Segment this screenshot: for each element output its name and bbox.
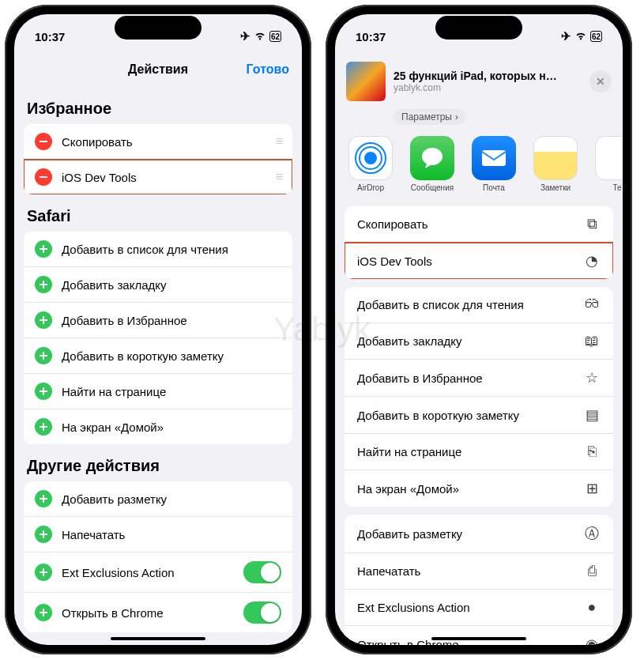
action-copy[interactable]: Скопировать ⧉ xyxy=(345,206,613,243)
action-label: Добавить разметку xyxy=(357,527,462,541)
note-icon: ▤ xyxy=(583,406,601,424)
row-label: Добавить разметку xyxy=(62,492,281,506)
nav-header: Действия Готово xyxy=(14,52,302,87)
add-icon[interactable] xyxy=(35,418,52,436)
action-homescreen[interactable]: На экран «Домой»⊞ xyxy=(345,470,613,507)
action-find[interactable]: Найти на странице⎘ xyxy=(345,434,613,470)
close-button[interactable]: ✕ xyxy=(589,70,612,92)
svg-point-0 xyxy=(422,148,443,165)
airdrop-icon xyxy=(355,142,386,174)
action-ext-exclusions[interactable]: Ext Exclusions Action● xyxy=(345,590,613,626)
add-icon[interactable] xyxy=(35,311,52,329)
row-label: Ext Exclusions Action xyxy=(62,566,234,579)
safari-row[interactable]: Добавить закладку xyxy=(24,267,292,303)
add-icon[interactable] xyxy=(35,490,52,507)
messages-icon xyxy=(419,145,446,172)
other-row[interactable]: Открыть в Chrome xyxy=(24,593,292,632)
app-label: Почта xyxy=(483,183,505,192)
messages-app[interactable]: Сообщения xyxy=(408,136,457,192)
toggle-switch[interactable] xyxy=(243,561,281,583)
star-icon: ☆ xyxy=(583,369,601,387)
notes-app[interactable]: Заметки xyxy=(531,136,580,192)
share-thumbnail xyxy=(346,62,386,101)
home-indicator[interactable] xyxy=(111,637,205,640)
dynamic-island xyxy=(435,16,522,40)
favorite-row-copy[interactable]: Скопировать ≡ xyxy=(24,124,292,160)
add-icon[interactable] xyxy=(35,526,52,543)
action-label: Скопировать xyxy=(357,217,428,231)
action-bookmark[interactable]: Добавить закладку📖︎ xyxy=(345,323,613,360)
app-icon xyxy=(595,136,623,180)
favorites-header: Избранное xyxy=(14,87,302,124)
other-list: Добавить разметку Напечатать Ext Exclusi… xyxy=(24,481,292,632)
app-label: AirDrop xyxy=(357,183,384,192)
action-label: Добавить закладку xyxy=(357,334,462,348)
drag-handle-icon[interactable]: ≡ xyxy=(276,170,281,184)
airplane-icon: ✈︎ xyxy=(240,29,250,43)
extra-app[interactable]: Те xyxy=(593,136,623,192)
row-label: Найти на странице xyxy=(62,385,281,398)
toggle-switch[interactable] xyxy=(243,602,281,624)
more-actions: Добавить разметкуⒶ Напечатать⎙ Ext Exclu… xyxy=(345,515,613,645)
airplane-icon: ✈︎ xyxy=(561,29,571,43)
other-row[interactable]: Добавить разметку xyxy=(24,481,292,517)
wifi-icon xyxy=(574,30,587,43)
devtools-icon: ◔ xyxy=(583,252,601,270)
row-label: Открыть в Chrome xyxy=(62,606,234,620)
share-title: 25 функций iPad, которых н… xyxy=(394,70,582,82)
add-icon[interactable] xyxy=(35,240,52,258)
action-label: Ext Exclusions Action xyxy=(357,601,470,614)
action-print[interactable]: Напечатать⎙ xyxy=(345,553,613,590)
add-icon[interactable] xyxy=(35,383,52,400)
safari-row[interactable]: Добавить в Избранное xyxy=(24,303,292,338)
phone-right: 10:37 ✈︎ 62 25 функций iPad, которых н… … xyxy=(326,5,632,654)
done-button[interactable]: Готово xyxy=(247,62,289,77)
airdrop-app[interactable]: AirDrop xyxy=(346,136,395,192)
action-devtools[interactable]: iOS Dev Tools ◔ xyxy=(345,243,613,279)
search-page-icon: ⎘ xyxy=(583,443,601,460)
favorite-row-devtools[interactable]: iOS Dev Tools ≡ xyxy=(24,160,292,194)
add-icon[interactable] xyxy=(35,564,52,581)
safari-row[interactable]: Найти на странице xyxy=(24,374,292,409)
add-icon[interactable] xyxy=(35,347,52,364)
book-icon: 📖︎ xyxy=(583,333,601,349)
action-quicknote[interactable]: Добавить в короткую заметку▤ xyxy=(345,397,613,434)
add-icon[interactable] xyxy=(35,276,52,293)
app-label: Те xyxy=(612,183,621,192)
safari-row[interactable]: На экран «Домой» xyxy=(24,409,292,444)
add-icon[interactable] xyxy=(35,604,52,621)
remove-icon[interactable] xyxy=(35,133,52,150)
action-markup[interactable]: Добавить разметкуⒶ xyxy=(345,515,613,553)
other-row[interactable]: Ext Exclusions Action xyxy=(24,553,292,593)
share-apps-row[interactable]: AirDrop Сообщения Почта Заметки Те xyxy=(335,125,623,198)
safari-row[interactable]: Добавить в список для чтения xyxy=(24,232,292,267)
action-chrome[interactable]: Открыть в Chrome◉ xyxy=(345,626,613,645)
dynamic-island xyxy=(115,16,201,40)
battery-icon: 62 xyxy=(269,31,281,42)
action-favorite[interactable]: Добавить в Избранное☆ xyxy=(345,360,613,397)
remove-icon[interactable] xyxy=(35,168,52,186)
svg-rect-1 xyxy=(482,150,506,166)
mail-icon xyxy=(480,149,507,168)
drag-handle-icon[interactable]: ≡ xyxy=(276,134,281,149)
plus-square-icon: ⊞ xyxy=(583,480,601,497)
row-label: Добавить в список для чтения xyxy=(62,243,281,256)
row-label: iOS Dev Tools xyxy=(62,171,266,184)
copy-icon: ⧉ xyxy=(583,216,601,232)
row-label: Напечатать xyxy=(62,528,281,541)
status-time: 10:37 xyxy=(35,30,65,43)
action-label: Напечатать xyxy=(357,564,420,578)
battery-icon: 62 xyxy=(590,31,602,42)
share-params-button[interactable]: Параметры› xyxy=(394,109,466,125)
action-label: iOS Dev Tools xyxy=(357,255,432,268)
share-subtitle: yablyk.com xyxy=(394,82,582,93)
favorites-list: Скопировать ≡ iOS Dev Tools ≡ xyxy=(24,124,292,194)
action-reading-list[interactable]: Добавить в список для чтения👓︎ xyxy=(345,287,613,323)
home-indicator[interactable] xyxy=(431,637,526,640)
mail-app[interactable]: Почта xyxy=(469,136,518,192)
other-row[interactable]: Напечатать xyxy=(24,517,292,553)
action-label: Найти на странице xyxy=(357,445,461,458)
safari-row[interactable]: Добавить в короткую заметку xyxy=(24,338,292,374)
app-label: Сообщения xyxy=(411,183,454,192)
phone-left: 10:37 ✈︎ 62 Действия Готово Избранное Ск… xyxy=(5,5,311,654)
